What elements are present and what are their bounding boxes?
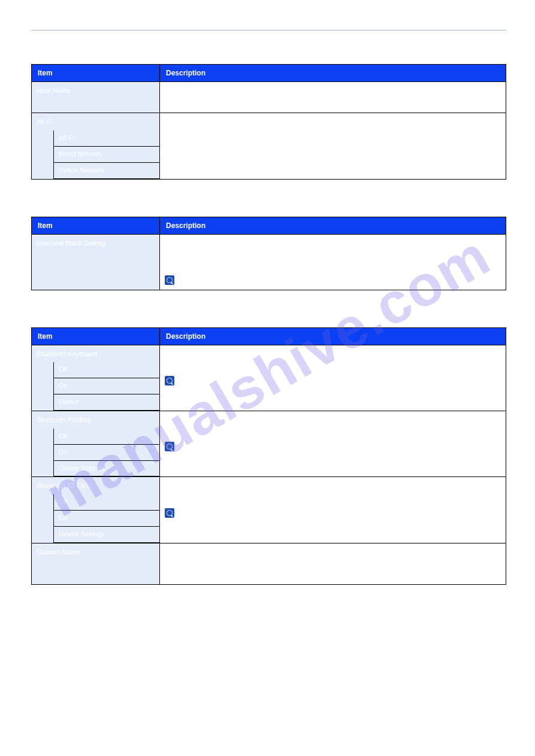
- cross-reference-link[interactable]: Optional Keyboard (page 11-5): [179, 378, 273, 385]
- nested-option: Off: [54, 494, 160, 510]
- nested-option: Wi-Fi: [54, 130, 160, 146]
- table-header-description: Description: [160, 327, 506, 345]
- table-header-description: Description: [160, 217, 506, 234]
- nested-option: On: [54, 444, 160, 460]
- table-header-item: Item: [32, 65, 160, 82]
- row-label: Interface Block Setting: [32, 234, 160, 290]
- nested-options: Off On Device Settings: [53, 429, 159, 477]
- reference-icon: [165, 275, 174, 285]
- row-label: Bluetooth Keyboard: [32, 345, 159, 363]
- row-description: This function protects this machine by b…: [160, 234, 506, 290]
- param-table-primary-network: Item Description Host Name Check the hos…: [31, 64, 506, 180]
- row-label: Wi-Fi: [32, 113, 159, 130]
- nested-option: Option Network: [54, 162, 160, 178]
- footnote: *2 Displayed when ID Card is set to [On]…: [32, 605, 506, 615]
- table-header-item: Item: [32, 217, 160, 234]
- section-title: Interface Block Setting: [32, 204, 506, 212]
- cross-reference-link[interactable]: Changing Device Information (page 2-47): [165, 101, 291, 108]
- desc-text: Value: Off, On: [165, 429, 501, 439]
- cross-reference-link[interactable]: Optional Keyboard (page 11-5): [179, 510, 273, 517]
- nested-options: Off On Device: [53, 362, 159, 411]
- param-table-interface-block: Item Description Interface Block Setting…: [31, 217, 506, 290]
- nested-options: Wi-Fi Wired Network Option Network: [53, 130, 159, 179]
- row-label-nested: Bluetooth Keyboard Off On Device: [32, 345, 160, 411]
- section-title: Bluetooth Settings: [32, 314, 506, 323]
- reference-icon: [165, 508, 174, 518]
- row-label-nested: Bluetooth Printing Off On Device Setting…: [32, 411, 160, 477]
- reference-icon: [165, 442, 174, 451]
- nested-option: On: [54, 511, 160, 527]
- row-description: Set any name for the Bluetooth device of…: [160, 543, 506, 584]
- nested-option: Wired Network: [54, 146, 160, 162]
- row-label: Bluetooth Printing: [32, 411, 159, 429]
- section-title: Primary Network (Client): [32, 51, 506, 60]
- nested-option: Off: [54, 362, 160, 378]
- desc-text: Value: Off, On: [165, 494, 501, 505]
- row-description: Set whether to use the print function vi…: [160, 411, 506, 477]
- reference-icon: [165, 376, 174, 385]
- nested-options: Off On Device Settings: [53, 494, 159, 543]
- row-description: Set whether to use the Bluetooth functio…: [160, 477, 506, 543]
- nested-option: On: [54, 378, 160, 394]
- row-label: Host Name: [32, 82, 160, 113]
- desc-text: Check the host name of the machine. The …: [165, 86, 501, 96]
- header-breadcrumb: Machine Setup Menu > Settings: [31, 18, 125, 25]
- desc-text: Select the network interface to be used …: [165, 117, 501, 136]
- page-content: Machine Setup Menu > Settings 8-31 Prima…: [0, 0, 535, 632]
- row-description: Set whether to use the optional Bluetoot…: [160, 345, 506, 411]
- desc-text: This setting is displayed when one of Bl…: [165, 561, 501, 581]
- desc-text: Set whether to use the optional Bluetoot…: [165, 349, 501, 359]
- desc-text: Value: Refer to the following:: [165, 262, 501, 272]
- table-header-item: Item: [32, 327, 160, 345]
- nested-option: Off: [54, 429, 160, 444]
- nested-option: Device Settings: [54, 460, 160, 476]
- header-page-number: 8-31: [493, 18, 506, 25]
- desc-text: This function protects this machine by b…: [165, 238, 501, 258]
- row-label: Bluetooth ID Card: [32, 477, 159, 494]
- footnote: *1 Displayed when the optional Wireless …: [32, 596, 506, 605]
- nested-option: Device Settings: [54, 527, 160, 543]
- table-header-description: Description: [160, 65, 506, 82]
- row-label-nested: Bluetooth ID Card Off On Device Settings: [32, 477, 160, 543]
- header-rule: [31, 30, 506, 31]
- cross-reference-link[interactable]: Interface Block Setting (page 8-40): [179, 277, 285, 284]
- page-header: Machine Setup Menu > Settings 8-31: [31, 18, 506, 30]
- nested-option: Device: [54, 394, 160, 411]
- row-description: Select the network interface to be used …: [160, 113, 506, 179]
- footnotes: *1 Displayed when the optional Wireless …: [32, 596, 506, 615]
- cross-reference-link[interactable]: Optional Keyboard (page 11-5): [179, 444, 273, 451]
- param-table-bluetooth: Item Description Bluetooth Keyboard Off …: [31, 327, 506, 585]
- row-label-nested: Wi-Fi Wi-Fi Wired Network Option Network: [32, 113, 160, 179]
- row-description: Check the host name of the machine. The …: [160, 82, 506, 113]
- desc-text: Set any name for the Bluetooth device of…: [165, 547, 501, 557]
- desc-text: Set whether to use the Bluetooth functio…: [165, 481, 501, 491]
- desc-text: Value: Off, On: [165, 362, 501, 372]
- desc-text: Set whether to use the print function vi…: [165, 415, 501, 425]
- row-label: Custom Name: [32, 543, 160, 584]
